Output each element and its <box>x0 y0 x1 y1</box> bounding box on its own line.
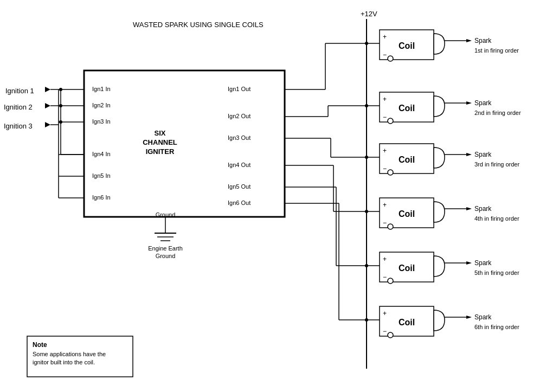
earth-ground-label2: Ground <box>156 253 176 259</box>
ignition3-label: Ignition 3 <box>4 122 33 130</box>
ignition2-label: Ignition 2 <box>4 103 33 111</box>
svg-text:−: − <box>383 165 387 172</box>
svg-point-86 <box>388 278 393 284</box>
order4-label: 4th in firing order <box>474 215 519 222</box>
ign5-out-label: Ign5 Out <box>228 183 251 190</box>
ign1-out-label: Ign1 Out <box>228 86 251 92</box>
svg-text:−: − <box>383 51 387 59</box>
spark5-label: Spark <box>474 259 492 267</box>
svg-point-72 <box>388 170 393 175</box>
svg-text:+: + <box>383 95 387 103</box>
coil4-label: Coil <box>399 209 415 219</box>
spark4-label: Spark <box>474 205 492 213</box>
igniter-label-line2: CHANNEL <box>143 138 177 146</box>
coil1-label: Coil <box>399 41 415 50</box>
ignition1-label: Ignition 1 <box>5 87 34 95</box>
ign2-out-label: Ign2 Out <box>228 113 251 119</box>
ign4-out-label: Ign4 Out <box>228 162 251 168</box>
svg-text:+: + <box>383 310 387 317</box>
spark6-label: Spark <box>474 313 492 321</box>
diagram-title: WASTED SPARK USING SINGLE COILS <box>133 21 264 29</box>
svg-text:−: − <box>383 219 387 227</box>
igniter-label-line3: IGNITER <box>146 147 175 156</box>
coil2-label: Coil <box>399 104 415 113</box>
coil5-label: Coil <box>399 264 415 273</box>
note-text-line1: Some applications have the <box>33 351 106 357</box>
ign3-out-label: Ign3 Out <box>228 134 251 141</box>
svg-point-79 <box>388 224 393 229</box>
ign3-in-label: Ign3 In <box>92 118 111 125</box>
order1-label: 1st in firing order <box>474 47 519 54</box>
svg-point-65 <box>388 118 393 124</box>
svg-text:+: + <box>383 255 387 263</box>
spark3-label: Spark <box>474 151 492 158</box>
coil3-label: Coil <box>399 155 415 164</box>
svg-text:−: − <box>383 273 387 281</box>
svg-text:+: + <box>383 147 387 155</box>
svg-text:−: − <box>383 327 387 335</box>
coil6-label: Coil <box>399 318 415 327</box>
note-title: Note <box>33 341 47 349</box>
order3-label: 3rd in firing order <box>474 161 519 168</box>
spark1-label: Spark <box>474 37 492 44</box>
svg-rect-2 <box>84 70 285 217</box>
spark2-label: Spark <box>474 99 492 107</box>
earth-ground-label1: Engine Earth <box>148 245 183 252</box>
svg-text:+: + <box>383 33 387 41</box>
voltage-label: +12V <box>361 10 377 18</box>
order5-label: 5th in firing order <box>474 269 519 276</box>
ign2-in-label: Ign2 In <box>92 102 111 108</box>
igniter-label-line1: SIX <box>155 129 166 137</box>
ign6-in-label: Ign6 In <box>92 194 111 201</box>
svg-point-58 <box>388 56 393 61</box>
ign6-out-label: Ign6 Out <box>228 200 251 206</box>
note-text-line2: ignitor built into the coil. <box>33 359 95 365</box>
ign5-in-label: Ign5 In <box>92 172 111 179</box>
svg-point-93 <box>388 332 393 338</box>
svg-text:−: − <box>383 113 387 121</box>
diagram: WASTED SPARK USING SINGLE COILS +12V SIX… <box>0 0 533 392</box>
ign4-in-label: Ign4 In <box>92 151 111 157</box>
order6-label: 6th in firing order <box>474 324 519 330</box>
svg-text:+: + <box>383 201 387 209</box>
ign1-in-label: Ign1 In <box>92 86 111 92</box>
order2-label: 2nd in firing order <box>474 110 521 116</box>
